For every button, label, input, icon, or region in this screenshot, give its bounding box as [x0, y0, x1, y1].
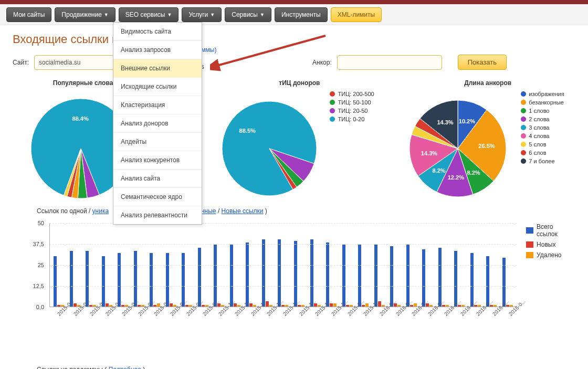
legend-swatch: [521, 91, 526, 97]
bar-group: [406, 245, 417, 307]
unique-link[interactable]: уника: [92, 207, 109, 215]
legend-item: ТИЦ: 20-50: [330, 108, 374, 114]
nav-продвижение[interactable]: Продвижение▼: [55, 7, 115, 22]
bar-group: [230, 245, 240, 307]
bar-chart-legend: Всего ссылокНовыхУдалено: [526, 223, 575, 262]
legend-label: 1 слово: [529, 108, 549, 114]
tic-donors-chart: тИЦ доноров 88.5% ТИЦ: 200-500ТИЦ: 50-10…: [214, 79, 384, 201]
x-tick-label: 2015-1...: [314, 309, 322, 317]
nav-услуги[interactable]: Услуги▼: [182, 7, 222, 22]
x-tick-label: 2015-1...: [250, 309, 258, 317]
x-tick-label: 2015-1...: [282, 309, 290, 317]
pie-slice-label: 12.2%: [448, 174, 464, 181]
dropdown-item[interactable]: Анализ запросов: [113, 41, 202, 59]
filter-form: Сайт: x Анкор: Показать: [13, 55, 575, 70]
dropdown-item[interactable]: Кластеризация: [113, 96, 202, 114]
x-tick-label: 2015-0...: [137, 309, 145, 317]
y-tick-label: 37,5: [33, 241, 44, 247]
legend-label: Новых: [537, 241, 555, 248]
dropdown-item[interactable]: Видимость сайта: [113, 23, 202, 41]
bar-group: [422, 249, 433, 307]
caret-down-icon: ▼: [104, 12, 109, 17]
legend-item: ТИЦ: 0-20: [330, 116, 374, 122]
bar-group: [246, 243, 256, 307]
show-button[interactable]: Показать: [458, 55, 507, 70]
x-tick-label: 2015-0...: [185, 309, 193, 317]
legend-item: изображения: [521, 91, 564, 97]
bar: [342, 245, 345, 307]
bar: [121, 305, 124, 307]
nav-инструменты[interactable]: Инструменты: [275, 7, 328, 22]
x-tick-label: 2015-0...: [72, 309, 80, 317]
anchor-length-pie: 10.2%26.5%8.2%12.2%8.2%14.3%14.3%: [400, 91, 516, 201]
dropdown-item[interactable]: Анализ сайта: [113, 170, 202, 188]
nav-сервисы[interactable]: Сервисы▼: [225, 7, 271, 22]
dropdown-item[interactable]: Семантическое ядро: [113, 188, 202, 206]
legend-swatch: [521, 133, 526, 139]
dropdown-item[interactable]: Исходящие ссылки: [113, 78, 202, 96]
bar: [374, 245, 377, 307]
legend-swatch: [521, 142, 526, 147]
dropdown-item[interactable]: Апдейты: [113, 133, 202, 151]
bar: [278, 239, 281, 307]
x-tick-label: 2015-0...: [201, 309, 209, 317]
subdomain-details-link[interactable]: Подробнее: [109, 366, 141, 369]
bar: [358, 245, 361, 307]
bar: [346, 305, 349, 307]
legend-item: 3 слова: [521, 124, 564, 131]
bar: [294, 241, 297, 307]
x-tick-label: 2016-0...: [411, 309, 418, 317]
dropdown-item[interactable]: Анализ конкурентов: [113, 151, 202, 170]
legend-item: 6 слов: [521, 150, 564, 156]
x-tick-label: 2016-0...: [508, 309, 516, 317]
legend-label: ТИЦ: 50-100: [338, 99, 371, 106]
anchor-input[interactable]: [337, 55, 442, 70]
pie-slice-label: 14.3%: [421, 150, 437, 156]
legend-swatch: [330, 108, 335, 113]
dropdown-item[interactable]: Анализ релевантности: [113, 206, 202, 224]
subdomain-links-line: Ссылки на поддомены ( Подробнее ): [37, 366, 575, 369]
xml-limits-button[interactable]: XML-лимиты: [331, 7, 382, 22]
tic-legend: ТИЦ: 200-500ТИЦ: 50-100ТИЦ: 20-50ТИЦ: 0-…: [330, 91, 374, 124]
anchor-length-title: Длина анкоров: [400, 79, 575, 87]
legend-item: Удалено: [526, 251, 575, 259]
links-bar-chart: 0,012,52537,550 2015-0...2015-0...2015-0…: [26, 223, 517, 339]
legend-label: безанкорные: [529, 99, 564, 106]
dropdown-item[interactable]: Анализ доноров: [113, 114, 202, 133]
dropdown-item[interactable]: Внешние ссылки: [113, 59, 202, 78]
legend-swatch: [521, 125, 526, 130]
pie-slice-label: 8.2%: [467, 170, 480, 176]
new-links-link[interactable]: Новые ссылки: [222, 207, 264, 215]
bar-group: [374, 245, 385, 307]
bar: [326, 243, 329, 307]
legend-label: ТИЦ: 0-20: [338, 116, 364, 122]
x-tick-label: 2015-0...: [89, 309, 97, 317]
x-tick-label: 2015-1...: [330, 309, 338, 317]
x-tick-label: 2015-1...: [234, 309, 242, 317]
bar: [429, 305, 433, 307]
nav-seo-сервисы[interactable]: SEO сервисы▼: [119, 7, 179, 22]
bar: [246, 243, 249, 307]
caret-down-icon: ▼: [260, 12, 265, 17]
y-tick-label: 12,5: [33, 283, 44, 289]
legend-swatch: [330, 91, 335, 97]
bar-group: [326, 243, 337, 307]
nav-мои-сайты[interactable]: Мои сайты: [6, 7, 51, 22]
legend-swatch: [330, 117, 335, 122]
legend-item: 2 слова: [521, 116, 564, 122]
x-tick-label: 2016-0...: [443, 309, 451, 317]
legend-item: 7 и более: [521, 158, 564, 164]
x-tick-label: 2015-0...: [169, 309, 177, 317]
legend-item: 5 слов: [521, 141, 564, 147]
legend-swatch: [521, 100, 526, 105]
x-tick-label: 2015-0...: [121, 309, 129, 317]
bar: [138, 305, 141, 307]
pie-slice-label: 8.2%: [433, 167, 446, 174]
bar: [414, 303, 417, 307]
bar: [153, 305, 156, 307]
seo-services-dropdown: Видимость сайтаАнализ запросовВнешние сс…: [113, 22, 202, 225]
bar: [202, 305, 205, 307]
x-tick-label: 2016-0...: [379, 309, 386, 317]
bar: [390, 246, 393, 307]
bar-group: [342, 245, 353, 307]
